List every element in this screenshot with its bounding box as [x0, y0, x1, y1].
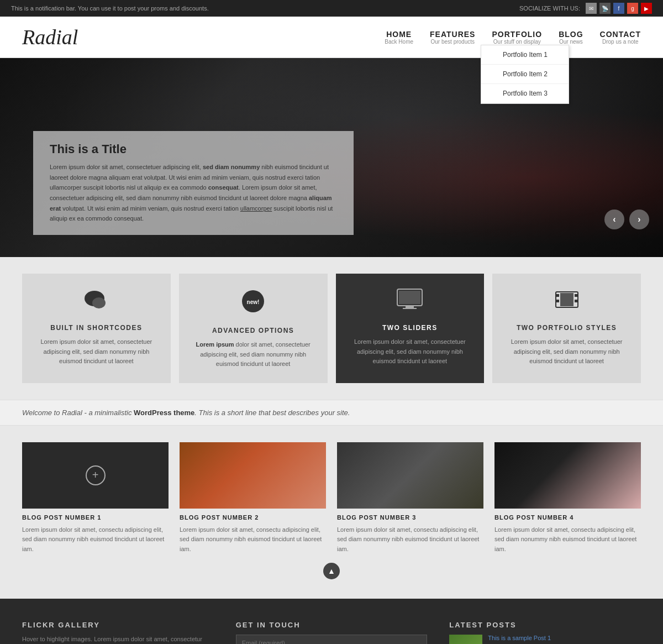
main-nav: HOME Back Home FEATURES Our best product…	[385, 30, 641, 45]
blog-post-text-4: Lorem ipsum dolor sit amet, consectu adi…	[494, 525, 641, 554]
hero-title: This is a Title	[50, 142, 337, 156]
feature-portfolio: TWO PORTFOLIO STYLES Lorem ipsum dolor s…	[492, 274, 641, 383]
blog-thumb-1[interactable]: +	[22, 442, 169, 509]
notification-bar: This is a notification bar. You can use …	[0, 0, 663, 17]
nav-contact[interactable]: CONTACT Drop us a note	[600, 30, 641, 45]
latest-post-1: This is a sample Post 1 Lorem ipsum dolo…	[449, 635, 641, 644]
svg-text:new!: new!	[247, 299, 260, 305]
svg-rect-13	[560, 293, 573, 306]
svg-rect-7	[403, 308, 417, 309]
rss-social-icon[interactable]: 📡	[599, 3, 611, 14]
svg-rect-9	[556, 294, 559, 297]
feature-text-options: Lorem ipsum dolor sit amet, consectetuer…	[190, 340, 317, 369]
blog-post-title-4: BLOG POST NUMBER 4	[494, 514, 641, 521]
latest-posts-title: LATEST POSTS	[449, 621, 641, 629]
welcome-bar: Welcome to Radial - a minimalistic WordP…	[0, 400, 663, 426]
latest-post-1-content: This is a sample Post 1 Lorem ipsum dolo…	[488, 635, 641, 644]
contact-section: GET IN TOUCH Send Message	[236, 621, 428, 644]
header: Radial HOME Back Home FEATURES Our best …	[0, 17, 663, 58]
nav-blog[interactable]: BLOG Our news	[559, 30, 583, 45]
svg-rect-12	[575, 300, 578, 302]
svg-rect-10	[556, 300, 559, 302]
notification-text: This is a notification bar. You can use …	[11, 5, 209, 12]
feature-title-portfolio: TWO PORTFOLIO STYLES	[503, 324, 630, 332]
feature-text-sliders: Lorem ipsum dolor sit amet, consectetuer…	[347, 337, 473, 366]
youtube-social-icon[interactable]: ▶	[641, 3, 652, 14]
options-icon: new!	[190, 287, 317, 320]
portfolio-item-3[interactable]: Portfolio Item 3	[481, 84, 569, 103]
hero-content-box: This is a Title Lorem ipsum dolor sit am…	[33, 131, 354, 235]
blog-section: + BLOG POST NUMBER 1 Lorem ipsum dolor s…	[0, 426, 663, 599]
blog-post-title-1: BLOG POST NUMBER 1	[22, 514, 169, 521]
footer: FLICKR GALLERY Hover to highlight images…	[0, 599, 663, 644]
portfolio-icon	[503, 287, 630, 317]
blog-post-1: + BLOG POST NUMBER 1 Lorem ipsum dolor s…	[22, 442, 169, 554]
blog-post-2: BLOG POST NUMBER 2 Lorem ipsum dolor sit…	[180, 442, 326, 554]
flickr-title: FLICKR GALLERY	[22, 621, 214, 629]
feature-title-sliders: TWO SLIDERS	[347, 324, 473, 332]
feature-title-shortcodes: BUILT IN SHORTCODES	[33, 324, 160, 332]
gplus-social-icon[interactable]: g	[627, 3, 638, 14]
latest-thumb-1[interactable]	[449, 635, 482, 644]
blog-post-text-3: Lorem ipsum dolor sit amet, consectu adi…	[337, 525, 483, 554]
blog-grid: + BLOG POST NUMBER 1 Lorem ipsum dolor s…	[22, 442, 641, 554]
latest-post-1-title[interactable]: This is a sample Post 1	[488, 635, 641, 641]
social-icons: SOCIALIZE WITH US: ✉ 📡 f g ▶	[519, 3, 652, 14]
slider-next-button[interactable]: ›	[629, 210, 649, 229]
feature-shortcodes: BUILT IN SHORTCODES Lorem ipsum dolor si…	[22, 274, 171, 383]
features-section: BUILT IN SHORTCODES Lorem ipsum dolor si…	[0, 257, 663, 400]
welcome-text: Welcome to Radial - a minimalistic WordP…	[22, 409, 350, 417]
email-social-icon[interactable]: ✉	[586, 3, 597, 14]
svg-point-1	[92, 297, 106, 308]
contact-title: GET IN TOUCH	[236, 621, 428, 629]
hero-text: Lorem ipsum dolor sit amet, consectetuer…	[50, 162, 337, 224]
sliders-icon	[347, 287, 473, 317]
nav-portfolio[interactable]: PORTFOLIO Our stuff on display Portfolio…	[492, 30, 542, 45]
portfolio-dropdown: Portfolio Item 1 Portfolio Item 2 Portfo…	[481, 45, 569, 104]
feature-text-shortcodes: Lorem ipsum dolor sit amet, consectetuer…	[33, 337, 160, 366]
feature-title-options: ADVANCED OPTIONS	[190, 327, 317, 334]
feature-text-portfolio: Lorem ipsum dolor sit amet, consectetuer…	[503, 337, 630, 366]
contact-email-1[interactable]	[236, 635, 428, 644]
scroll-up-button[interactable]: ▲	[323, 563, 340, 579]
blog-post-title-2: BLOG POST NUMBER 2	[180, 514, 326, 521]
shortcodes-icon	[33, 287, 160, 317]
blog-thumb-3[interactable]	[337, 442, 483, 509]
blog-thumb-2[interactable]	[180, 442, 326, 509]
blog-thumb-4[interactable]	[494, 442, 641, 509]
scroll-up-area: ▲	[22, 554, 641, 582]
feature-options: new! ADVANCED OPTIONS Lorem ipsum dolor …	[179, 274, 328, 383]
portfolio-item-1[interactable]: Portfolio Item 1	[481, 45, 569, 65]
svg-rect-5	[399, 291, 420, 304]
blog-post-3: BLOG POST NUMBER 3 Lorem ipsum dolor sit…	[337, 442, 483, 554]
facebook-social-icon[interactable]: f	[613, 3, 624, 14]
svg-rect-6	[406, 306, 414, 308]
blog-post-title-3: BLOG POST NUMBER 3	[337, 514, 483, 521]
svg-rect-11	[575, 294, 578, 297]
socialize-label: SOCIALIZE WITH US:	[519, 5, 580, 12]
nav-home[interactable]: HOME Back Home	[385, 30, 413, 45]
blog-post-text-2: Lorem ipsum dolor sit amet, consectu adi…	[180, 525, 326, 554]
logo[interactable]: Radial	[22, 25, 78, 49]
blog-post-text-1: Lorem ipsum dolor sit amet, consectu adi…	[22, 525, 169, 554]
nav-features[interactable]: FEATURES Our best products	[430, 30, 475, 45]
add-icon: +	[86, 465, 106, 485]
flickr-desc: Hover to highlight images. Lorem ipsum d…	[22, 635, 214, 644]
blog-post-4: BLOG POST NUMBER 4 Lorem ipsum dolor sit…	[494, 442, 641, 554]
footer-grid: FLICKR GALLERY Hover to highlight images…	[22, 621, 641, 644]
slider-prev-button[interactable]: ‹	[604, 210, 624, 229]
contact-form: Send Message	[236, 635, 428, 644]
flickr-section: FLICKR GALLERY Hover to highlight images…	[22, 621, 214, 644]
latest-posts-section: LATEST POSTS This is a sample Post 1 Lor…	[449, 621, 641, 644]
portfolio-item-2[interactable]: Portfolio Item 2	[481, 65, 569, 84]
feature-sliders: TWO SLIDERS Lorem ipsum dolor sit amet, …	[336, 274, 485, 383]
